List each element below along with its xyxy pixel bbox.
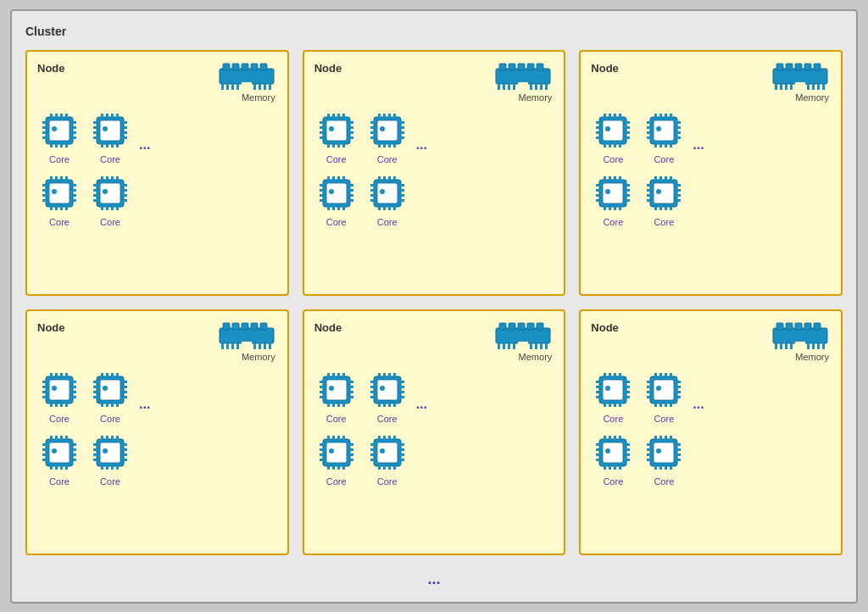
svg-rect-3 xyxy=(242,64,248,70)
svg-rect-373 xyxy=(508,343,510,349)
svg-rect-222 xyxy=(670,114,672,118)
core-item: Core xyxy=(37,171,81,227)
svg-rect-506 xyxy=(676,391,681,393)
svg-rect-198 xyxy=(603,120,623,141)
svg-rect-371 xyxy=(498,343,500,349)
svg-rect-383 xyxy=(332,373,335,377)
svg-point-146 xyxy=(329,189,334,194)
svg-rect-325 xyxy=(123,396,127,398)
svg-rect-415 xyxy=(400,391,404,393)
svg-rect-133 xyxy=(383,143,386,147)
svg-rect-248 xyxy=(596,194,600,197)
svg-rect-206 xyxy=(614,143,616,147)
svg-rect-391 xyxy=(320,386,324,388)
svg-rect-241 xyxy=(619,176,621,181)
svg-rect-453 xyxy=(400,453,404,456)
svg-rect-102 xyxy=(530,84,532,90)
svg-rect-452 xyxy=(400,448,404,451)
svg-rect-27 xyxy=(42,126,47,129)
svg-rect-166 xyxy=(378,176,381,181)
svg-rect-282 xyxy=(231,343,234,349)
svg-rect-114 xyxy=(332,143,335,147)
svg-rect-485 xyxy=(626,381,630,383)
svg-rect-461 xyxy=(795,342,805,350)
cores-row-3b: Core xyxy=(591,171,831,227)
svg-rect-191 xyxy=(785,84,787,90)
svg-rect-247 xyxy=(596,189,600,192)
svg-rect-444 xyxy=(383,465,386,470)
svg-rect-239 xyxy=(609,176,611,181)
svg-rect-408 xyxy=(393,403,396,407)
svg-rect-179 xyxy=(400,189,404,192)
svg-rect-47 xyxy=(93,131,97,134)
svg-rect-100 xyxy=(508,84,510,90)
svg-rect-414 xyxy=(400,386,404,388)
svg-rect-220 xyxy=(659,114,662,118)
svg-rect-274 xyxy=(223,323,230,330)
svg-rect-539 xyxy=(647,448,651,451)
svg-rect-357 xyxy=(93,448,97,451)
core-label: Core xyxy=(654,414,674,424)
svg-rect-524 xyxy=(626,448,630,451)
svg-rect-230 xyxy=(647,136,651,139)
svg-rect-187 xyxy=(814,64,821,70)
svg-rect-291 xyxy=(50,373,53,377)
svg-rect-245 xyxy=(619,206,621,210)
svg-point-218 xyxy=(656,126,661,131)
core-label: Core xyxy=(49,154,70,164)
svg-rect-136 xyxy=(370,121,375,124)
core-label: Core xyxy=(100,414,120,424)
svg-rect-64 xyxy=(42,184,47,186)
svg-rect-329 xyxy=(50,436,53,440)
svg-rect-531 xyxy=(659,436,662,440)
core-label: Core xyxy=(326,154,347,164)
svg-rect-243 xyxy=(609,206,611,210)
svg-rect-240 xyxy=(614,176,616,181)
svg-rect-35 xyxy=(100,120,120,141)
core-item: Core xyxy=(365,431,409,487)
svg-rect-45 xyxy=(93,121,97,124)
svg-point-328 xyxy=(52,448,57,453)
memory-section-3: Memory xyxy=(771,60,829,103)
svg-rect-87 xyxy=(123,184,127,186)
svg-rect-69 xyxy=(72,189,76,192)
svg-rect-94 xyxy=(518,64,525,70)
svg-rect-314 xyxy=(101,403,103,407)
svg-rect-173 xyxy=(393,206,396,210)
svg-rect-365 xyxy=(499,323,506,330)
svg-rect-422 xyxy=(337,436,340,440)
svg-rect-425 xyxy=(332,465,335,470)
svg-rect-354 xyxy=(111,465,114,470)
core-label: Core xyxy=(377,154,398,164)
core-chip xyxy=(591,108,635,153)
svg-rect-464 xyxy=(785,343,787,349)
svg-rect-369 xyxy=(537,323,543,330)
core-chip xyxy=(365,431,409,475)
svg-rect-214 xyxy=(626,131,630,134)
svg-rect-262 xyxy=(659,206,662,210)
svg-rect-520 xyxy=(596,448,600,451)
svg-point-256 xyxy=(656,189,661,194)
svg-rect-208 xyxy=(596,121,600,124)
svg-rect-194 xyxy=(812,84,815,90)
svg-point-400 xyxy=(380,386,385,391)
svg-rect-479 xyxy=(614,403,616,407)
svg-rect-289 xyxy=(49,380,70,400)
svg-rect-84 xyxy=(93,189,97,192)
svg-rect-196 xyxy=(822,84,825,90)
svg-rect-519 xyxy=(596,443,600,446)
cores-grid-5: Core xyxy=(314,368,554,487)
svg-rect-270 xyxy=(676,189,681,192)
svg-rect-40 xyxy=(116,114,119,118)
svg-rect-176 xyxy=(370,194,375,197)
svg-rect-223 xyxy=(654,143,657,147)
svg-rect-501 xyxy=(647,386,651,388)
svg-rect-264 xyxy=(670,206,672,210)
svg-rect-534 xyxy=(654,465,657,470)
svg-rect-382 xyxy=(327,373,330,377)
svg-rect-538 xyxy=(647,443,651,446)
core-item: Core xyxy=(591,171,635,227)
cores-row-4b: Core xyxy=(37,431,277,487)
core-item: Core xyxy=(88,431,132,487)
memory-label-3: Memory xyxy=(795,92,829,103)
